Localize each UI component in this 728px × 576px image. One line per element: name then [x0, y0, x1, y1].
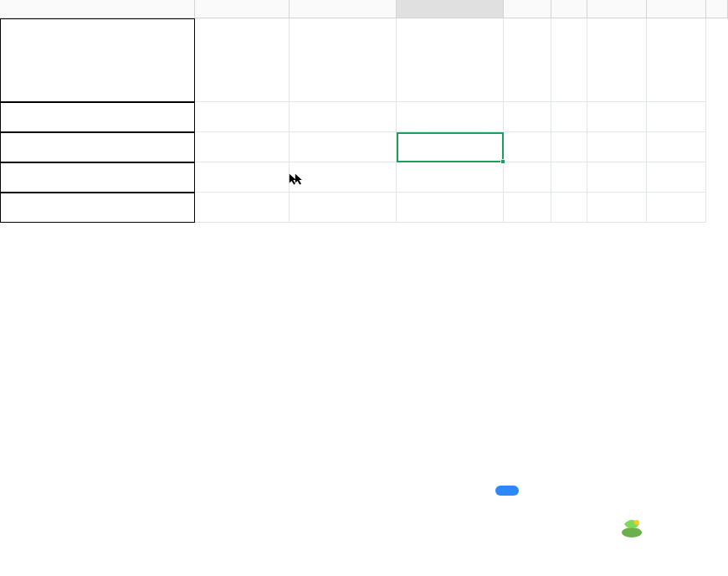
cell-k4[interactable]: [647, 162, 706, 193]
cell-h1[interactable]: [504, 18, 551, 102]
cell-f2[interactable]: [290, 102, 397, 132]
row-4: [0, 162, 728, 193]
cell-d5[interactable]: [0, 193, 195, 223]
col-header-d[interactable]: [0, 0, 195, 18]
cell-k1[interactable]: [647, 18, 706, 102]
cell-d1[interactable]: [0, 18, 195, 102]
cell-k5[interactable]: [647, 193, 706, 223]
cell-f3[interactable]: [290, 132, 397, 162]
cell-j2[interactable]: [587, 102, 647, 132]
col-header-h[interactable]: [504, 0, 551, 18]
row-1: [0, 18, 728, 102]
cell-e1[interactable]: [195, 18, 290, 102]
row-5: [0, 193, 728, 223]
cell-f5[interactable]: [290, 193, 397, 223]
cell-h4[interactable]: [504, 162, 551, 193]
row-2: [0, 102, 728, 132]
col-header-k[interactable]: [647, 0, 706, 18]
cell-i4[interactable]: [551, 162, 587, 193]
cell-e4[interactable]: [195, 162, 290, 193]
cell-h5[interactable]: [504, 193, 551, 223]
col-header-extra[interactable]: [706, 0, 728, 18]
cell-j4[interactable]: [587, 162, 647, 193]
col-header-f[interactable]: [290, 0, 397, 18]
cell-d4[interactable]: [0, 162, 195, 193]
column-header-row: [0, 0, 728, 18]
cell-k2[interactable]: [647, 102, 706, 132]
cell-d2[interactable]: [0, 102, 195, 132]
cell-k3[interactable]: [647, 132, 706, 162]
cell-e3[interactable]: [195, 132, 290, 162]
cell-e5[interactable]: [195, 193, 290, 223]
cell-g1[interactable]: [397, 18, 504, 102]
cell-i1[interactable]: [551, 18, 587, 102]
cell-f4[interactable]: [290, 162, 397, 193]
cell-g3[interactable]: [397, 132, 504, 162]
cell-j1[interactable]: [587, 18, 647, 102]
cell-g2[interactable]: [397, 102, 504, 132]
cell-j3[interactable]: [587, 132, 647, 162]
cell-i5[interactable]: [551, 193, 587, 223]
cell-d3[interactable]: [0, 132, 195, 162]
col-header-j[interactable]: [587, 0, 647, 18]
cell-f1[interactable]: [290, 18, 397, 102]
cell-g4[interactable]: [397, 162, 504, 193]
cell-e2[interactable]: [195, 102, 290, 132]
grid-area[interactable]: [0, 18, 728, 576]
cell-j5[interactable]: [587, 193, 647, 223]
cell-i3[interactable]: [551, 132, 587, 162]
row-3: [0, 132, 728, 162]
col-header-i[interactable]: [551, 0, 587, 18]
cell-h2[interactable]: [504, 102, 551, 132]
col-header-g[interactable]: [397, 0, 504, 18]
cell-h3[interactable]: [504, 132, 551, 162]
cell-g5[interactable]: [397, 193, 504, 223]
col-header-e[interactable]: [195, 0, 290, 18]
cell-i2[interactable]: [551, 102, 587, 132]
spreadsheet[interactable]: [0, 0, 728, 576]
